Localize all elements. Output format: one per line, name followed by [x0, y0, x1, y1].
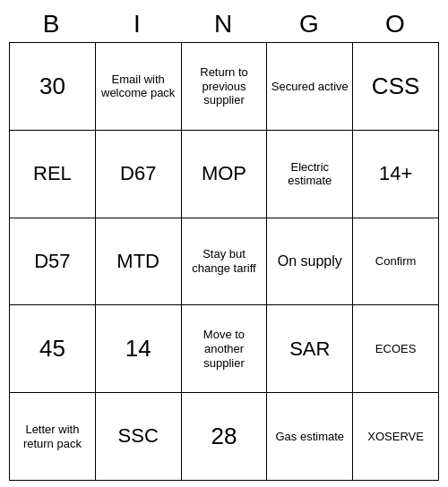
bingo-cell-r3-c4: ECOES	[353, 305, 439, 393]
bingo-cell-r0-c2: Return to previous supplier	[182, 43, 268, 131]
bingo-cell-r0-c4: CSS	[353, 43, 439, 131]
bingo-cell-r2-c4: Confirm	[353, 218, 439, 306]
bingo-cell-r2-c2: Stay but change tariff	[182, 218, 268, 306]
bingo-cell-r1-c3: Electric estimate	[267, 131, 353, 218]
bingo-cell-r1-c2: MOP	[182, 131, 268, 218]
header-letter-o: O	[353, 6, 439, 42]
bingo-cell-r3-c3: SAR	[267, 305, 353, 393]
bingo-cell-r4-c2: 28	[182, 393, 268, 481]
bingo-cell-r2-c3: On supply	[267, 218, 353, 306]
bingo-card: BINGO 30Email with welcome packReturn to…	[9, 6, 439, 481]
bingo-cell-r3-c0: 45	[10, 305, 96, 393]
bingo-cell-r2-c1: MTD	[96, 218, 182, 306]
header-letter-g: G	[267, 6, 353, 42]
bingo-cell-r1-c0: REL	[10, 131, 96, 218]
bingo-cell-r4-c4: XOSERVE	[353, 393, 439, 481]
bingo-cell-r0-c3: Secured active	[267, 43, 353, 131]
bingo-cell-r1-c1: D67	[96, 131, 182, 218]
bingo-cell-r4-c1: SSC	[96, 393, 182, 481]
bingo-header: BINGO	[9, 6, 439, 42]
header-letter-b: B	[9, 6, 95, 42]
bingo-cell-r4-c0: Letter with return pack	[10, 393, 96, 481]
bingo-cell-r0-c1: Email with welcome pack	[96, 43, 182, 131]
bingo-cell-r0-c0: 30	[10, 43, 96, 131]
bingo-cell-r3-c2: Move to another supplier	[182, 305, 268, 393]
header-letter-i: I	[95, 6, 181, 42]
bingo-grid: 30Email with welcome packReturn to previ…	[9, 42, 439, 481]
bingo-cell-r2-c0: D57	[10, 218, 96, 306]
bingo-cell-r4-c3: Gas estimate	[267, 393, 353, 481]
bingo-cell-r3-c1: 14	[96, 305, 182, 393]
header-letter-n: N	[181, 6, 267, 42]
bingo-cell-r1-c4: 14+	[353, 131, 439, 218]
